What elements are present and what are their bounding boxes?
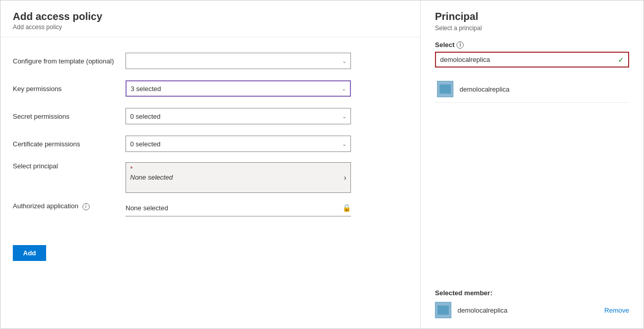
- select-label: Select i: [435, 41, 629, 49]
- remove-link[interactable]: Remove: [605, 306, 629, 314]
- authorized-application-control: None selected 🔒: [126, 202, 351, 216]
- certificate-permissions-dropdown[interactable]: 0 selected ⌄: [126, 136, 351, 152]
- selected-member-section: Selected member: demolocalreplica Remove: [435, 289, 629, 318]
- key-permissions-row: Key permissions 3 selected ⌄: [13, 79, 408, 98]
- check-icon: ✓: [618, 56, 628, 64]
- configure-chevron-icon: ⌄: [342, 58, 346, 64]
- configure-label: Configure from template (optional): [13, 57, 126, 65]
- select-input-wrapper: ✓: [435, 52, 629, 68]
- key-permissions-value: 3 selected: [131, 85, 161, 93]
- panel-title: Principal: [435, 11, 629, 23]
- certificate-permissions-row: Certificate permissions 0 selected ⌄: [13, 135, 408, 153]
- result-avatar: [437, 81, 453, 97]
- select-info-icon: i: [456, 41, 464, 49]
- secret-permissions-chevron-icon: ⌄: [342, 114, 346, 119]
- secret-permissions-control: 0 selected ⌄: [126, 108, 351, 124]
- page-subtitle: Add access policy: [13, 24, 408, 31]
- required-star: *: [130, 165, 133, 172]
- secret-permissions-row: Secret permissions 0 selected ⌄: [13, 107, 408, 125]
- principal-chevron-icon: ›: [344, 173, 346, 182]
- selected-avatar-inner: [438, 305, 449, 315]
- select-principal-control: * None selected ›: [126, 162, 351, 193]
- authorized-application-value: None selected: [126, 202, 339, 214]
- panel-subtitle: Select a principal: [435, 25, 629, 32]
- certificate-permissions-control: 0 selected ⌄: [126, 136, 351, 152]
- configure-control: ⌄: [126, 53, 351, 69]
- secret-permissions-label: Secret permissions: [13, 113, 126, 120]
- authorized-application-field: None selected 🔒: [126, 202, 351, 216]
- search-result-item[interactable]: demolocalreplica: [435, 76, 629, 103]
- key-permissions-control: 3 selected ⌄: [126, 80, 351, 97]
- add-button-container: Add: [13, 240, 408, 261]
- key-permissions-dropdown[interactable]: 3 selected ⌄: [126, 80, 351, 97]
- select-principal-field[interactable]: * None selected ›: [126, 162, 351, 193]
- form-area: Configure from template (optional) ⌄ Key…: [1, 37, 420, 328]
- select-principal-row: Select principal * None selected ›: [13, 162, 408, 193]
- result-name: demolocalreplica: [460, 85, 510, 93]
- avatar-inner: [440, 84, 451, 94]
- page-header: Add access policy Add access policy: [1, 1, 420, 37]
- add-button[interactable]: Add: [13, 245, 46, 261]
- lock-icon: 🔒: [342, 204, 351, 212]
- certificate-permissions-label: Certificate permissions: [13, 140, 126, 148]
- secret-permissions-value: 0 selected: [130, 113, 160, 120]
- authorized-application-row: Authorized application i None selected 🔒: [13, 202, 408, 228]
- configure-row: Configure from template (optional) ⌄: [13, 52, 408, 70]
- selected-member-avatar: [435, 302, 451, 318]
- select-principal-label: Select principal: [13, 162, 126, 170]
- key-permissions-label: Key permissions: [13, 85, 126, 93]
- page-title: Add access policy: [13, 11, 408, 23]
- principal-none-selected: None selected: [130, 173, 346, 181]
- configure-dropdown[interactable]: ⌄: [126, 53, 351, 69]
- selected-member-label: Selected member:: [435, 289, 629, 297]
- secret-permissions-dropdown[interactable]: 0 selected ⌄: [126, 108, 351, 124]
- key-permissions-chevron-icon: ⌄: [342, 86, 346, 92]
- search-input[interactable]: [436, 53, 618, 67]
- certificate-permissions-value: 0 selected: [130, 140, 160, 148]
- certificate-permissions-chevron-icon: ⌄: [342, 141, 346, 147]
- left-panel: Add access policy Add access policy Conf…: [1, 1, 421, 328]
- selected-member-row: demolocalreplica Remove: [435, 302, 629, 318]
- selected-member-name: demolocalreplica: [458, 306, 605, 314]
- authorized-app-info-icon: i: [82, 203, 90, 210]
- authorized-application-label: Authorized application i: [13, 202, 126, 210]
- right-panel: Principal Select a principal Select i ✓ …: [421, 1, 643, 328]
